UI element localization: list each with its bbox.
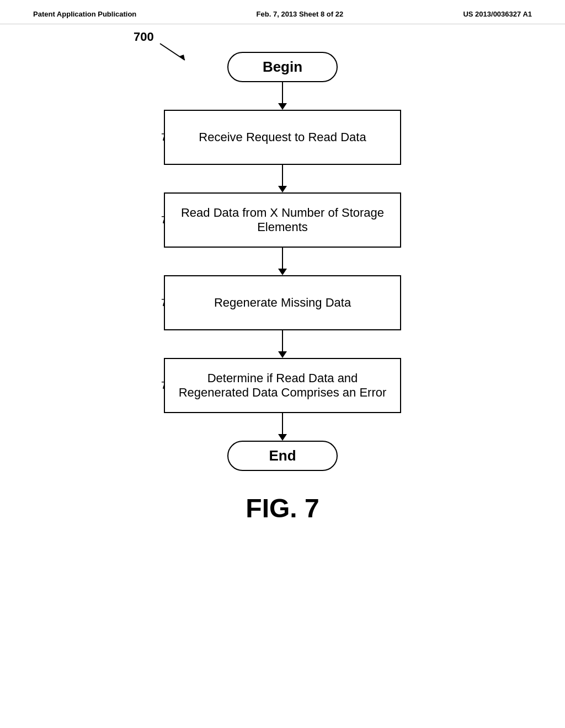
step-706-box: Regenerate Missing Data bbox=[164, 275, 401, 330]
page-header: Patent Application Publication Feb. 7, 2… bbox=[0, 0, 565, 24]
arrow-702-to-704 bbox=[278, 165, 287, 192]
step-704-box: Read Data from X Number of Storage Eleme… bbox=[164, 192, 401, 248]
step-702-text: Receive Request to Read Data bbox=[199, 130, 366, 144]
svg-line-0 bbox=[160, 44, 185, 60]
begin-node: Begin bbox=[227, 52, 338, 82]
step-704-row: 704 ✓ Read Data from X Number of Storage… bbox=[117, 192, 448, 248]
figure-caption: FIG. 7 bbox=[246, 493, 319, 523]
figure-number-label: 700 bbox=[134, 30, 154, 44]
arrow-704-to-706 bbox=[278, 248, 287, 275]
arrow-begin-to-702 bbox=[278, 82, 287, 110]
flowchart: Begin 702 ✓ Receive Request to Read Data… bbox=[0, 52, 565, 523]
step-708-row: 708 ✓ Determine if Read Data and Regener… bbox=[117, 358, 448, 413]
header-publication-label: Patent Application Publication bbox=[33, 10, 136, 18]
step-706-text: Regenerate Missing Data bbox=[214, 296, 351, 310]
header-patent-number: US 2013/0036327 A1 bbox=[463, 10, 532, 18]
step-706-row: 706 ✓ Regenerate Missing Data bbox=[117, 275, 448, 330]
end-node: End bbox=[227, 441, 338, 471]
arrow-706-to-708 bbox=[278, 330, 287, 358]
step-708-text: Determine if Read Data and Regenerated D… bbox=[176, 371, 389, 400]
figure-arrow bbox=[157, 41, 190, 63]
step-702-row: 702 ✓ Receive Request to Read Data bbox=[117, 110, 448, 165]
step-704-text: Read Data from X Number of Storage Eleme… bbox=[176, 206, 389, 234]
header-date-sheet: Feb. 7, 2013 Sheet 8 of 22 bbox=[257, 10, 344, 18]
diagram-container: 700 Begin 702 ✓ Receive Request to Read … bbox=[0, 24, 565, 523]
step-702-box: Receive Request to Read Data bbox=[164, 110, 401, 165]
arrow-708-to-end bbox=[278, 413, 287, 441]
step-708-box: Determine if Read Data and Regenerated D… bbox=[164, 358, 401, 413]
